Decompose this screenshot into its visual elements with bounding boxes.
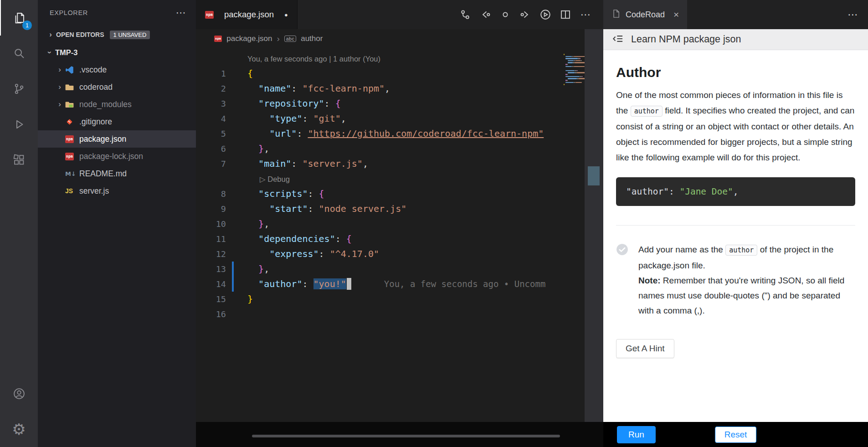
minimap-mark [577, 72, 585, 73]
file-name: .vscode [79, 65, 107, 75]
get-hint-button[interactable]: Get A Hint [616, 339, 674, 358]
code-line-8[interactable]: 8 "scripts": { [196, 186, 585, 201]
minimap-mark [568, 62, 573, 63]
code-line-13[interactable]: 13 }, [196, 262, 585, 277]
file-name: package-lock.json [79, 152, 143, 161]
menu-back-icon[interactable] [612, 33, 624, 46]
minimap-mark [579, 78, 585, 79]
code-token: "fcc-learn-npm" [302, 83, 385, 94]
code-token: { [319, 188, 324, 199]
task-item: Add your name as the author of the proje… [616, 242, 855, 318]
file-name: package.json [79, 134, 126, 144]
minimap-mark [574, 66, 585, 67]
code-line-16[interactable]: 16 [196, 307, 585, 322]
editor-scrollbar[interactable] [585, 29, 603, 422]
code-token: : [319, 248, 330, 259]
open-editors-header[interactable]: › OPEN EDITORS 1 UNSAVED [38, 26, 196, 44]
activity-settings[interactable]: ⚙ [0, 411, 38, 447]
codelens-row: ▷ Debug [196, 171, 585, 186]
activity-run-debug[interactable] [0, 107, 38, 142]
run-circle-icon[interactable] [538, 7, 553, 22]
more-actions-icon[interactable]: ⋯ [578, 7, 593, 22]
breadcrumb-file[interactable]: package.json [226, 34, 272, 43]
line-number: 3 [196, 96, 226, 111]
activity-search[interactable] [0, 36, 38, 71]
code-line-7[interactable]: 7 "main": "server.js", [196, 156, 585, 171]
tree-item-server-js[interactable]: JSserver.js [38, 182, 196, 200]
task-text-block: Add your name as the author of the proje… [638, 242, 855, 318]
minimap-mark [565, 76, 580, 77]
code-line-5[interactable]: 5 "url": "https://github.com/coderoad/fc… [196, 126, 585, 141]
code-token: "dependencies" [258, 233, 335, 244]
reset-button[interactable]: Reset [715, 426, 757, 443]
blame-header[interactable]: You, a few seconds ago | 1 author (You) [247, 55, 380, 63]
code-line-3[interactable]: 3 "repository": { [196, 96, 585, 111]
minimap-mark [568, 60, 574, 62]
code-line-14[interactable]: 14 "author": "you!"You, a few seconds ag… [196, 277, 585, 292]
tab-package-json[interactable]: npm package.json ● [196, 0, 298, 29]
workspace-root[interactable]: › TMP-3 [38, 44, 196, 61]
code-token: } [258, 143, 264, 154]
minimap-mark [568, 78, 577, 79]
activity-source-control[interactable] [0, 71, 38, 107]
debug-codelens[interactable]: ▷ Debug [260, 175, 290, 183]
code-token [247, 263, 258, 274]
sidebar-more-icon[interactable]: ⋯ [175, 7, 186, 19]
tree-item-package-json[interactable]: npmpackage.json [38, 130, 196, 148]
file-tree: ›.vscode›coderoad›node_modules.gitignore… [38, 61, 196, 200]
markdown-icon: M↓ [65, 170, 79, 177]
breadcrumb-symbol[interactable]: author [301, 34, 323, 43]
code-token: "main" [258, 158, 291, 169]
breadcrumb: npm package.json › abc author [196, 29, 603, 48]
tree-item-coderoad[interactable]: ›coderoad [38, 78, 196, 96]
code-token: "repository" [258, 98, 324, 109]
line-number: 5 [196, 126, 226, 141]
activity-extensions[interactable] [0, 142, 38, 178]
step-back-icon[interactable] [478, 7, 493, 22]
code-line-1[interactable]: 1{ [196, 66, 585, 81]
note-label: Note: [638, 276, 661, 285]
code-line-4[interactable]: 4 "type": "git", [196, 111, 585, 126]
code-line-11[interactable]: 11 "dependencies": { [196, 231, 585, 247]
chevron-down-icon: › [45, 47, 54, 58]
code-line-6[interactable]: 6 }, [196, 141, 585, 156]
git-graph-icon[interactable] [457, 7, 473, 22]
code-line-10[interactable]: 10 }, [196, 216, 585, 231]
code-line-9[interactable]: 9 "start": "node server.js" [196, 201, 585, 216]
source-control-icon [12, 82, 26, 96]
tree-item-node-modules[interactable]: ›node_modules [38, 96, 196, 113]
coderoad-panel: CodeRoad × ⋯ Learn NPM package json Auth… [603, 0, 868, 447]
tab-coderoad[interactable]: CodeRoad × [603, 0, 687, 29]
inline-code-chip: author [631, 106, 663, 117]
line-number: 2 [196, 81, 226, 96]
minimap[interactable] [564, 52, 585, 88]
code-editor[interactable]: You, a few seconds ago | 1 author (You)1… [196, 48, 603, 447]
line-number: 9 [196, 201, 226, 216]
code-line-2[interactable]: 2 "name": "fcc-learn-npm", [196, 81, 585, 96]
minimap-mark [580, 76, 581, 77]
close-icon[interactable]: × [673, 9, 679, 20]
activity-explorer[interactable]: 1 [0, 0, 38, 36]
chevron-right-icon: › [277, 34, 279, 44]
minimap-mark [575, 82, 581, 83]
code-line-12[interactable]: 12 "express": "^4.17.0" [196, 247, 585, 262]
breakpoint-icon[interactable] [498, 7, 513, 22]
run-button[interactable]: Run [617, 426, 656, 443]
activity-accounts[interactable] [0, 376, 38, 411]
code-token: "type" [269, 113, 302, 124]
minimap-mark [575, 72, 576, 73]
tree-item-readme-md[interactable]: M↓README.md [38, 165, 196, 182]
explorer-badge: 1 [22, 21, 32, 30]
split-editor-icon[interactable] [558, 7, 573, 22]
tree-item-gitignore[interactable]: .gitignore [38, 113, 196, 130]
code-line-15[interactable]: 15} [196, 292, 585, 307]
line-number: 6 [196, 141, 226, 156]
step-forward-icon[interactable] [518, 7, 533, 22]
inline-blame: You, a few seconds ago • Uncomm [384, 279, 546, 289]
code-token: , [264, 263, 269, 274]
tree-item-vscode[interactable]: ›.vscode [38, 61, 196, 78]
line-number: 4 [196, 111, 226, 126]
tree-item-package-lock-json[interactable]: npmpackage-lock.json [38, 148, 196, 165]
horizontal-scrollbar[interactable] [252, 435, 560, 437]
panel-more-icon[interactable]: ⋯ [847, 9, 868, 21]
